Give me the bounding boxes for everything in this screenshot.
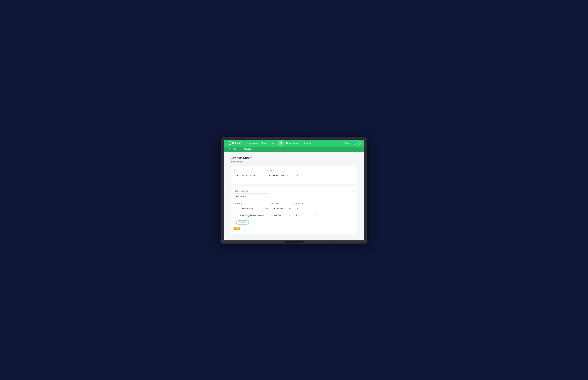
prediction-input[interactable]: [234, 193, 271, 199]
back-link[interactable]: Back to Models: [231, 161, 357, 163]
top-nav: Relay42 Dashboard Tags Data AI Orchestra…: [224, 140, 364, 147]
prediction-delete-icon[interactable]: 🗑: [352, 189, 355, 192]
svg-point-1: [229, 141, 230, 142]
form-row: Name Snapshot Conversion to AMS: [234, 170, 354, 178]
constraint-select-1[interactable]: Greater Than Less Than Equals: [271, 206, 292, 211]
help-icon[interactable]: ?: [357, 141, 361, 145]
main-content: Create Model Back to Models Name Snapsho…: [224, 152, 364, 240]
or-rule-button[interactable]: + OR rule: [236, 221, 249, 225]
screen: Relay42 Dashboard Tags Data AI Orchestra…: [224, 140, 364, 240]
constraint-select-2[interactable]: Greater Than Less Than Equals: [271, 213, 292, 218]
snapshot-select[interactable]: Conversion to AMS: [267, 173, 300, 178]
filter-input-1[interactable]: [294, 206, 312, 211]
property-select-2[interactable]: customVars_last-engagement: [236, 213, 269, 218]
constraint-header: Constraint: [270, 202, 291, 205]
property-header: Property: [234, 202, 268, 205]
logo: Relay42: [227, 141, 241, 145]
rules-header: Property Constraint Filter value: [234, 202, 354, 205]
nav-orchestration[interactable]: Orchestration: [284, 140, 301, 146]
filter-input-2[interactable]: [294, 213, 312, 218]
nav-items: Dashboard Tags Data AI Orchestration Con…: [245, 140, 344, 146]
svg-point-4: [229, 143, 230, 143]
nav-right: Admin 🌐 ?: [344, 141, 361, 145]
snapshot-label: Snapshot: [267, 170, 300, 172]
laptop-base: [221, 240, 367, 244]
logo-text: Relay42: [232, 142, 241, 144]
svg-point-6: [228, 144, 228, 145]
name-input[interactable]: [234, 173, 264, 178]
name-group: Name: [234, 170, 264, 178]
filter-header: Filter value: [293, 202, 313, 205]
svg-point-0: [228, 141, 228, 142]
table-row: customVars_last-engagement Greater Than …: [236, 213, 354, 218]
globe-icon[interactable]: 🌐: [352, 141, 356, 145]
nav-ai[interactable]: AI: [277, 140, 284, 146]
laptop-hinge: [284, 241, 304, 243]
table-row: customVars_age Greater Than Less Than Eq…: [236, 206, 354, 211]
and-badge: AND: [234, 228, 240, 230]
nav-content[interactable]: Content: [301, 140, 313, 146]
sub-nav: Snapshots Models: [224, 147, 364, 152]
or-rule-group: customVars_age Greater Than Less Than Eq…: [234, 206, 354, 225]
row-delete-icon-2[interactable]: 🗑: [314, 214, 316, 217]
prediction-section: 🗑 Prediction name Property Constraint Fi…: [231, 187, 357, 234]
rules-table: Property Constraint Filter value customV…: [234, 202, 354, 225]
snapshot-group: Snapshot Conversion to AMS: [267, 170, 300, 178]
property-select-1[interactable]: customVars_age: [236, 206, 269, 211]
name-snapshot-section: Name Snapshot Conversion to AMS: [231, 166, 357, 184]
name-label: Name: [234, 170, 264, 172]
svg-point-5: [230, 143, 231, 143]
prediction-label: Prediction name: [234, 190, 354, 192]
sub-nav-models[interactable]: Models: [243, 147, 252, 151]
nav-dashboard[interactable]: Dashboard: [245, 140, 260, 146]
svg-point-3: [228, 143, 228, 143]
admin-label: Admin: [344, 142, 350, 144]
svg-point-7: [229, 144, 230, 145]
screen-bezel: Relay42 Dashboard Tags Data AI Orchestra…: [221, 137, 367, 240]
nav-data[interactable]: Data: [269, 140, 277, 146]
laptop: Relay42 Dashboard Tags Data AI Orchestra…: [221, 137, 367, 244]
nav-tags[interactable]: Tags: [260, 140, 269, 146]
logo-icon: [227, 141, 231, 145]
svg-point-8: [230, 144, 231, 145]
row-delete-icon-1[interactable]: 🗑: [314, 207, 316, 210]
svg-point-2: [230, 141, 231, 142]
page-title: Create Model: [231, 156, 357, 160]
sub-nav-snapshots[interactable]: Snapshots: [227, 147, 239, 151]
